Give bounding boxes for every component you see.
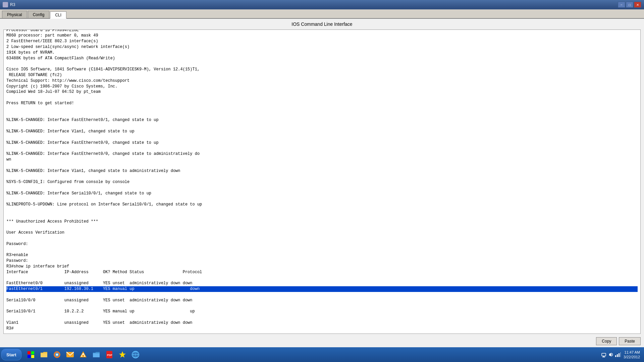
cli-highlighted-line: FastEthernet0/1 192.168.30.1 YES manual … bbox=[6, 286, 638, 292]
taskbar-icon-media[interactable] bbox=[77, 349, 89, 361]
taskbar-icons: PDF bbox=[25, 349, 142, 361]
svg-rect-18 bbox=[602, 353, 606, 356]
svg-marker-21 bbox=[609, 353, 611, 357]
svg-marker-13 bbox=[119, 351, 126, 358]
svg-rect-22 bbox=[615, 355, 616, 357]
tab-physical[interactable]: Physical bbox=[2, 11, 27, 18]
copy-button[interactable]: Copy bbox=[596, 337, 617, 345]
taskbar-right: 11:47 AM 3/22/2012 bbox=[601, 350, 643, 360]
cli-container: Cisco 1841 (revision 5.0) with 114688K/1… bbox=[3, 29, 641, 334]
cli-boot-text: Cisco 1841 (revision 5.0) with 114688K/1… bbox=[6, 30, 202, 286]
taskbar-icon-windows[interactable] bbox=[25, 349, 37, 361]
cli-remaining-text: Serial10/0/0 unassigned YES unset admini… bbox=[6, 298, 195, 331]
cli-output[interactable]: Cisco 1841 (revision 5.0) with 114688K/1… bbox=[4, 30, 640, 334]
taskbar-icon-pdf[interactable]: PDF bbox=[103, 349, 115, 361]
taskbar-icon-folder2[interactable] bbox=[90, 349, 102, 361]
tab-bar: Physical Config CLI bbox=[0, 9, 644, 19]
svg-point-10 bbox=[82, 355, 84, 357]
app-icon bbox=[3, 2, 8, 7]
network-tray-icon bbox=[601, 352, 607, 357]
window-title: R3 bbox=[10, 2, 15, 7]
svg-rect-0 bbox=[28, 351, 31, 354]
close-button[interactable]: ✕ bbox=[634, 2, 641, 8]
svg-rect-23 bbox=[617, 354, 618, 357]
svg-rect-1 bbox=[31, 351, 34, 354]
taskbar-time: 11:47 AM 3/22/2012 bbox=[624, 350, 640, 360]
taskbar-icon-browser[interactable] bbox=[51, 349, 63, 361]
signal-tray-icon bbox=[615, 352, 621, 357]
taskbar-icon-folder[interactable] bbox=[38, 349, 50, 361]
svg-rect-25 bbox=[620, 352, 621, 357]
tab-cli[interactable]: CLI bbox=[50, 11, 66, 19]
main-area: IOS Command Line Interface Cisco 1841 (r… bbox=[0, 19, 644, 347]
tab-config[interactable]: Config bbox=[28, 11, 50, 18]
svg-rect-3 bbox=[31, 355, 34, 358]
svg-text:PDF: PDF bbox=[107, 354, 112, 357]
window-controls: − □ ✕ bbox=[618, 2, 641, 8]
page-title: IOS Command Line Interface bbox=[0, 19, 644, 28]
maximize-button[interactable]: □ bbox=[626, 2, 633, 8]
start-button[interactable]: Start bbox=[1, 349, 21, 360]
bottom-bar: Copy Paste bbox=[0, 335, 644, 347]
taskbar-icon-favorite[interactable] bbox=[116, 349, 128, 361]
taskbar-icon-network[interactable] bbox=[129, 349, 142, 361]
sys-tray bbox=[601, 352, 621, 357]
paste-button[interactable]: Paste bbox=[619, 337, 641, 345]
volume-tray-icon bbox=[608, 352, 613, 357]
svg-rect-2 bbox=[28, 355, 31, 358]
minimize-button[interactable]: − bbox=[618, 2, 625, 8]
svg-rect-24 bbox=[619, 353, 620, 357]
svg-point-6 bbox=[56, 354, 58, 356]
title-bar: R3 − □ ✕ bbox=[0, 0, 644, 9]
taskbar: Start bbox=[0, 347, 644, 362]
title-bar-left: R3 bbox=[3, 2, 15, 7]
taskbar-icon-email[interactable] bbox=[64, 349, 76, 361]
